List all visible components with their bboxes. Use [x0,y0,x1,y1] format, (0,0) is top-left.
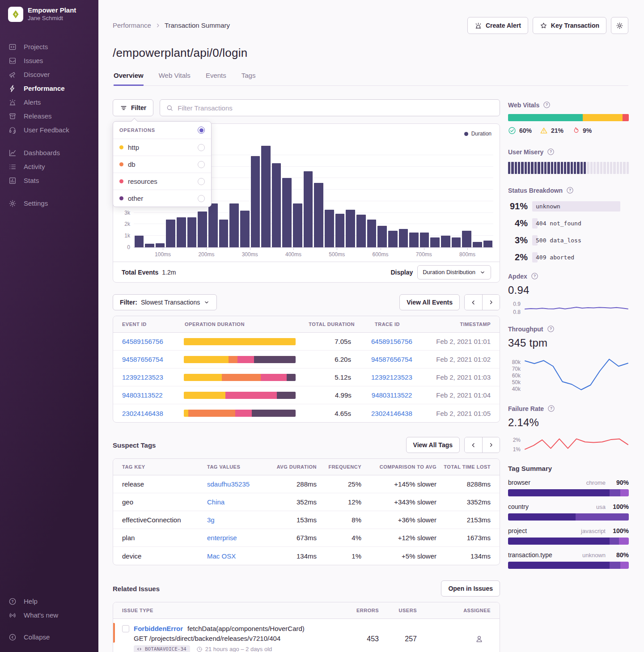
tag-value-link[interactable]: 3g [207,516,215,524]
misery-tick [590,162,593,174]
x-axis-label: 500ms [329,251,345,258]
status-label: 500 data_loss [536,237,581,244]
operation-option-other[interactable]: other [113,190,211,207]
histogram-bar [441,236,450,247]
status-breakdown-section: Status Breakdown? 91%unknown4%404 not_fo… [508,186,629,262]
org-switcher[interactable]: Empower Plant Jane Schmidt [0,6,98,22]
sidebar-collapse[interactable]: Collapse [0,630,98,644]
sidebar-item-what-s-new[interactable]: What's new [0,608,98,622]
view-all-tags-button[interactable]: View All Tags [406,437,460,453]
throughput-title: Throughput [508,326,543,333]
tab-events[interactable]: Events [206,72,226,86]
search-input[interactable] [178,104,494,112]
apdex-sparkline: 0.90.8 [508,302,629,314]
duration-segment [252,410,296,417]
issue-users-count: 257 [379,635,417,643]
trace-id-link[interactable]: 94587656754 [371,356,412,363]
key-transaction-button[interactable]: Key Transaction [533,17,606,34]
sidebar: Empower Plant Jane Schmidt ProjectsIssue… [0,0,98,652]
assignee-button[interactable] [417,635,491,643]
sidebar-item-discover[interactable]: Discover [0,68,98,81]
misery-tick [607,162,609,174]
question-icon[interactable]: ? [531,272,538,280]
trace-id-link[interactable]: 12392123523 [371,373,412,381]
events-filter-select[interactable]: Filter: Slowest Transactions [113,294,217,310]
sidebar-item-dashboards[interactable]: Dashboards [0,146,98,160]
operation-radio[interactable] [198,195,205,202]
chevron-right-icon [488,299,494,305]
event-id-link[interactable]: 23024146438 [122,410,163,417]
filter-button[interactable]: Filter [113,99,153,116]
histogram-bar [452,237,461,247]
trace-id-link[interactable]: 64589156756 [371,338,412,345]
tag-summary-key: transaction.type [508,551,582,559]
related-issues-header: ISSUE TYPE ERRORS USERS ASSIGNEE [113,602,500,619]
sidebar-item-label: Discover [24,71,50,78]
chevron-right-icon [155,22,161,29]
question-icon[interactable]: ? [543,101,551,109]
issue-type-link[interactable]: ForbiddenError [134,625,183,632]
tab-web-vitals[interactable]: Web Vitals [159,72,191,86]
operation-option-resources[interactable]: resources [113,173,211,190]
tag-summary-bar [508,538,629,545]
view-all-events-button[interactable]: View All Events [399,294,460,310]
sidebar-item-releases[interactable]: Releases [0,109,98,123]
releases-icon [8,112,17,120]
tab-tags[interactable]: Tags [242,72,256,86]
question-icon[interactable]: ? [547,405,555,412]
sidebar-item-help[interactable]: ?Help [0,594,98,608]
sidebar-item-projects[interactable]: Projects [0,40,98,54]
suspect-tags-header: TAG KEY TAG VALUES AVG DURATION FREQUENC… [113,459,500,475]
events-prev-button[interactable] [465,295,482,310]
events-next-button[interactable] [482,295,500,310]
misery-tick [557,162,559,174]
status-percent: 4% [508,218,528,229]
open-in-issues-button[interactable]: Open in Issues [441,580,500,597]
sidebar-item-settings[interactable]: Settings [0,196,98,210]
sidebar-item-stats[interactable]: Stats [0,174,98,187]
tag-frequency: 25% [317,480,361,488]
create-alert-button[interactable]: Create Alert [467,17,528,34]
y-axis-label: 1k [118,233,130,239]
alerts-icon [8,98,17,106]
tab-overview[interactable]: Overview [114,72,144,86]
question-icon[interactable]: ? [547,148,555,156]
sidebar-item-performance[interactable]: Performance [0,81,98,95]
tag-time-lost: 1673ms [436,534,491,542]
tag-value-link[interactable]: sdaufhu35235 [207,480,250,488]
misery-tick [567,162,569,174]
operation-radio[interactable] [198,161,205,168]
display-select[interactable]: Duration Distribution [417,265,491,279]
issue-checkbox[interactable] [122,625,129,632]
sidebar-item-activity[interactable]: Activity [0,160,98,174]
tag-comparison: +145% slower [361,480,436,488]
question-icon[interactable]: ? [547,325,555,333]
event-id-link[interactable]: 94803113522 [122,391,163,399]
tag-value-link[interactable]: China [207,498,225,506]
project-badge-label: BOTANAVOICE-34 [145,646,186,652]
tag-summary-segment [610,562,620,569]
operation-option-db[interactable]: db [113,156,211,173]
tags-next-button[interactable] [482,437,500,453]
tag-summary-value: javascript [581,528,606,534]
sidebar-item-issues[interactable]: Issues [0,54,98,68]
trace-id-link[interactable]: 94803113522 [372,391,412,399]
settings-gear-button[interactable] [611,17,628,34]
tag-value-link[interactable]: enterprise [207,534,237,542]
operation-option-http[interactable]: http [113,139,211,156]
breadcrumb-performance[interactable]: Performance [113,21,151,29]
operations-all-radio[interactable] [198,127,205,134]
event-id-link[interactable]: 64589156756 [122,338,163,345]
operation-radio[interactable] [198,178,205,185]
sidebar-item-user-feedback[interactable]: User Feedback [0,123,98,137]
suspect-tags-title: Suspect Tags [113,441,156,453]
tags-prev-button[interactable] [465,437,482,453]
sidebar-item-alerts[interactable]: Alerts [0,95,98,109]
event-id-link[interactable]: 94587656754 [122,356,163,363]
event-id-link[interactable]: 12392123523 [122,373,163,381]
question-icon[interactable]: ? [566,186,574,194]
histogram-bar [293,203,302,247]
tag-value-link[interactable]: Mac OSX [207,552,236,560]
trace-id-link[interactable]: 23024146438 [371,410,412,417]
operation-radio[interactable] [198,144,205,151]
